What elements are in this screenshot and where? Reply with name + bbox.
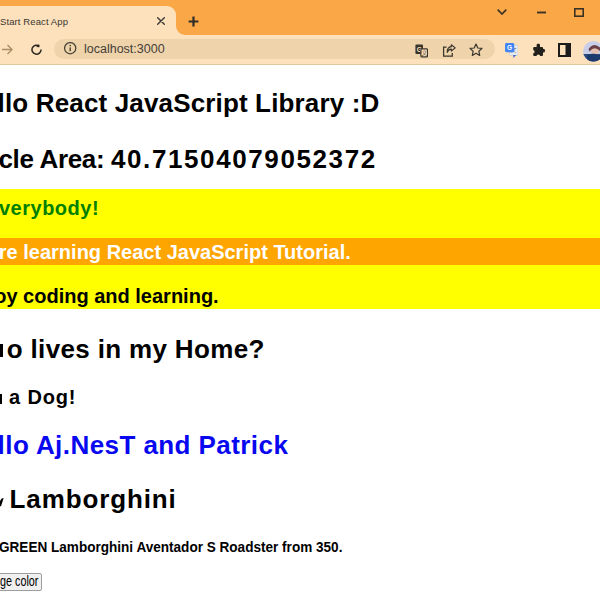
svg-text:G: G	[507, 44, 512, 51]
svg-text:义: 义	[421, 49, 427, 56]
